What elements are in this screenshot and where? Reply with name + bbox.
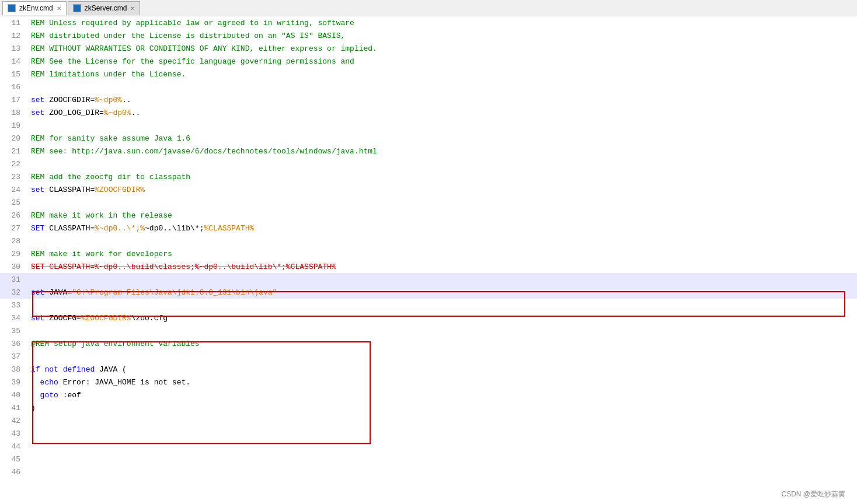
line-number: 33 — [0, 299, 26, 312]
line-number: 24 — [0, 183, 26, 196]
line-content — [26, 273, 857, 286]
line-number: 39 — [0, 376, 26, 388]
table-row: 36@REM setup java environment variables — [0, 337, 857, 350]
line-content: REM for sanity sake assume Java 1.6 — [26, 132, 857, 145]
line-content — [26, 350, 857, 363]
line-number: 18 — [0, 106, 26, 119]
line-content: if not defined JAVA ( — [26, 363, 857, 376]
line-content: set ZOOCFG=%ZOOCFGDIR%\zoo.cfg — [26, 312, 857, 324]
table-row: 43 — [0, 427, 857, 440]
line-content: set ZOO_LOG_DIR=%~dp0%.. — [26, 106, 857, 119]
line-number: 22 — [0, 158, 26, 170]
line-content: REM WITHOUT WARRANTIES OR CONDITIONS OF … — [26, 42, 857, 55]
table-row: 35 — [0, 324, 857, 337]
line-number: 17 — [0, 93, 26, 106]
line-number: 44 — [0, 440, 26, 453]
line-content: REM distributed under the License is dis… — [26, 29, 857, 42]
line-content: REM make it work in the release — [26, 209, 857, 222]
table-row: 25 — [0, 196, 857, 209]
line-content — [26, 299, 857, 312]
line-number: 30 — [0, 260, 26, 273]
line-content — [26, 196, 857, 209]
line-number: 19 — [0, 119, 26, 132]
tab-icon-zkenv — [8, 4, 16, 12]
line-number: 16 — [0, 80, 26, 93]
line-content — [26, 324, 857, 337]
line-content — [26, 80, 857, 93]
table-row: 12REM distributed under the License is d… — [0, 29, 857, 42]
table-row: 46 — [0, 466, 857, 478]
line-content: @REM setup java environment variables — [26, 337, 857, 350]
table-row: 18set ZOO_LOG_DIR=%~dp0%.. — [0, 106, 857, 119]
line-number: 38 — [0, 363, 26, 376]
tab-icon-zkserver — [73, 4, 81, 12]
line-content: REM add the zoocfg dir to classpath — [26, 170, 857, 183]
line-number: 11 — [0, 16, 26, 29]
line-number: 42 — [0, 414, 26, 427]
table-row: 42 — [0, 414, 857, 427]
line-number: 35 — [0, 324, 26, 337]
line-content — [26, 235, 857, 247]
table-row: 17set ZOOCFGDIR=%~dp0%.. — [0, 93, 857, 106]
table-row: 37 — [0, 350, 857, 363]
table-row: 34set ZOOCFG=%ZOOCFGDIR%\zoo.cfg — [0, 312, 857, 324]
line-number: 27 — [0, 222, 26, 235]
table-row: 11REM Unless required by applicable law … — [0, 16, 857, 29]
line-number: 26 — [0, 209, 26, 222]
line-number: 40 — [0, 388, 26, 401]
table-row: 20REM for sanity sake assume Java 1.6 — [0, 132, 857, 145]
line-number: 29 — [0, 247, 26, 260]
line-number: 21 — [0, 145, 26, 158]
line-content: REM limitations under the License. — [26, 68, 857, 80]
line-number: 13 — [0, 42, 26, 55]
line-content — [26, 158, 857, 170]
table-row: 32set JAVA="C:\Program Files\Java\jdk1.8… — [0, 286, 857, 299]
line-content: REM Unless required by applicable law or… — [26, 16, 857, 29]
table-row: 14REM See the License for the specific l… — [0, 55, 857, 68]
line-number: 36 — [0, 337, 26, 350]
line-content: set ZOOCFGDIR=%~dp0%.. — [26, 93, 857, 106]
table-row: 19 — [0, 119, 857, 132]
table-row: 22 — [0, 158, 857, 170]
line-number: 37 — [0, 350, 26, 363]
table-row: 27SET CLASSPATH=%~dp0..\*;%~dp0..\lib\*;… — [0, 222, 857, 235]
tab-bar: zkEnv.cmd ✕ zkServer.cmd ✕ — [0, 0, 857, 16]
line-content — [26, 440, 857, 453]
line-content — [26, 119, 857, 132]
table-row: 15REM limitations under the License. — [0, 68, 857, 80]
line-content: set CLASSPATH=%ZOOCFGDIR% — [26, 183, 857, 196]
table-row: 21REM see: http://java.sun.com/javase/6/… — [0, 145, 857, 158]
watermark: CSDN @爱吃炒蒜黄 — [781, 489, 845, 499]
table-row: 23REM add the zoocfg dir to classpath — [0, 170, 857, 183]
table-row: 24set CLASSPATH=%ZOOCFGDIR% — [0, 183, 857, 196]
table-row: 41) — [0, 401, 857, 414]
line-content: set JAVA="C:\Program Files\Java\jdk1.8.0… — [26, 286, 857, 299]
line-number: 25 — [0, 196, 26, 209]
line-content: SET CLASSPATH=%~dp0..\*;%~dp0..\lib\*;%C… — [26, 222, 857, 235]
line-number: 31 — [0, 273, 26, 286]
line-number: 34 — [0, 312, 26, 324]
tab-close-zkserver[interactable]: ✕ — [130, 5, 135, 12]
code-table: 11REM Unless required by applicable law … — [0, 16, 857, 478]
tab-close-zkenv[interactable]: ✕ — [57, 5, 61, 12]
tab-label-zkenv: zkEnv.cmd — [19, 4, 53, 12]
table-row: 16 — [0, 80, 857, 93]
table-row: 45 — [0, 453, 857, 466]
line-number: 41 — [0, 401, 26, 414]
line-number: 12 — [0, 29, 26, 42]
line-content: ) — [26, 401, 857, 414]
tab-zkenv[interactable]: zkEnv.cmd ✕ — [2, 1, 67, 15]
line-content — [26, 414, 857, 427]
table-row: 26REM make it work in the release — [0, 209, 857, 222]
tab-zkserver[interactable]: zkServer.cmd ✕ — [68, 1, 141, 15]
line-number: 20 — [0, 132, 26, 145]
line-number: 43 — [0, 427, 26, 440]
line-content — [26, 453, 857, 466]
table-row: 31 — [0, 273, 857, 286]
line-number: 45 — [0, 453, 26, 466]
code-area: 11REM Unless required by applicable law … — [0, 16, 857, 504]
line-content — [26, 427, 857, 440]
line-content: REM make it work for developers — [26, 247, 857, 260]
line-number: 32 — [0, 286, 26, 299]
table-row: 33 — [0, 299, 857, 312]
